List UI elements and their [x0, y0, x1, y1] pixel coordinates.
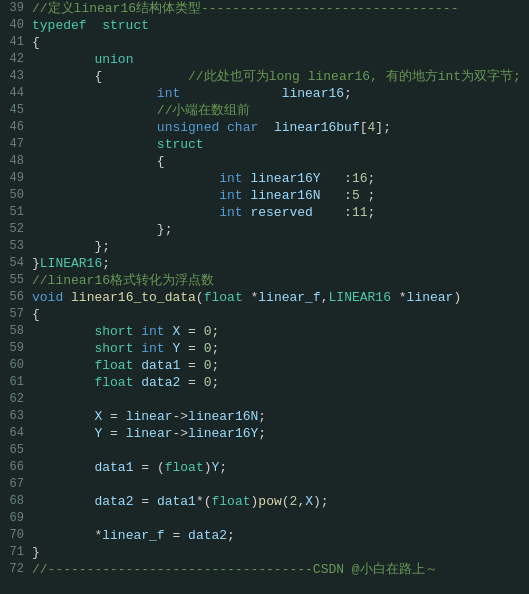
table-row: 48 {	[0, 153, 529, 170]
line-number: 50	[0, 187, 32, 204]
line-content: data1 = (float)Y;	[32, 459, 529, 476]
line-number: 51	[0, 204, 32, 221]
line-number: 60	[0, 357, 32, 374]
line-number: 53	[0, 238, 32, 255]
line-content: }LINEAR16;	[32, 255, 529, 272]
table-row: 68 data2 = data1*(float)pow(2,X);	[0, 493, 529, 510]
table-row: 55//linear16格式转化为浮点数	[0, 272, 529, 289]
table-row: 66 data1 = (float)Y;	[0, 459, 529, 476]
line-content: { //此处也可为long linear16, 有的地方int为双字节;	[32, 68, 529, 85]
line-number: 59	[0, 340, 32, 357]
table-row: 46 unsigned char linear16buf[4];	[0, 119, 529, 136]
line-number: 57	[0, 306, 32, 323]
table-row: 44 int linear16;	[0, 85, 529, 102]
table-row: 43 { //此处也可为long linear16, 有的地方int为双字节;	[0, 68, 529, 85]
table-row: 51 int reserved :11;	[0, 204, 529, 221]
line-content: short int Y = 0;	[32, 340, 529, 357]
line-number: 64	[0, 425, 32, 442]
line-content: float data2 = 0;	[32, 374, 529, 391]
line-number: 67	[0, 476, 32, 493]
line-number: 56	[0, 289, 32, 306]
table-row: 40typedef struct	[0, 17, 529, 34]
line-content: };	[32, 221, 529, 238]
line-number: 41	[0, 34, 32, 51]
line-number: 49	[0, 170, 32, 187]
line-content: {	[32, 34, 529, 51]
line-number: 40	[0, 17, 32, 34]
line-content: int linear16Y :16;	[32, 170, 529, 187]
table-row: 65	[0, 442, 529, 459]
line-number: 44	[0, 85, 32, 102]
table-row: 70 *linear_f = data2;	[0, 527, 529, 544]
line-content: {	[32, 306, 529, 323]
line-number: 42	[0, 51, 32, 68]
line-content: short int X = 0;	[32, 323, 529, 340]
line-content: {	[32, 153, 529, 170]
line-number: 52	[0, 221, 32, 238]
line-number: 45	[0, 102, 32, 119]
line-content: union	[32, 51, 529, 68]
line-number: 55	[0, 272, 32, 289]
line-number: 46	[0, 119, 32, 136]
table-row: 58 short int X = 0;	[0, 323, 529, 340]
table-row: 42 union	[0, 51, 529, 68]
table-row: 41{	[0, 34, 529, 51]
line-number: 58	[0, 323, 32, 340]
line-number: 39	[0, 0, 32, 17]
table-row: 62	[0, 391, 529, 408]
line-number: 66	[0, 459, 32, 476]
line-content: X = linear->linear16N;	[32, 408, 529, 425]
table-row: 54}LINEAR16;	[0, 255, 529, 272]
line-number: 71	[0, 544, 32, 561]
line-number: 70	[0, 527, 32, 544]
table-row: 72//----------------------------------CS…	[0, 561, 529, 578]
line-content: unsigned char linear16buf[4];	[32, 119, 529, 136]
line-content: Y = linear->linear16Y;	[32, 425, 529, 442]
line-number: 65	[0, 442, 32, 459]
line-number: 69	[0, 510, 32, 527]
table-row: 49 int linear16Y :16;	[0, 170, 529, 187]
line-content: struct	[32, 136, 529, 153]
line-content: //linear16格式转化为浮点数	[32, 272, 529, 289]
line-number: 61	[0, 374, 32, 391]
line-content: int reserved :11;	[32, 204, 529, 221]
line-content: };	[32, 238, 529, 255]
line-number: 43	[0, 68, 32, 85]
table-row: 64 Y = linear->linear16Y;	[0, 425, 529, 442]
code-editor: 39//定义linear16结构体类型---------------------…	[0, 0, 529, 594]
table-row: 56void linear16_to_data(float *linear_f,…	[0, 289, 529, 306]
table-row: 60 float data1 = 0;	[0, 357, 529, 374]
table-row: 71}	[0, 544, 529, 561]
line-content: int linear16N :5 ;	[32, 187, 529, 204]
line-content: //定义linear16结构体类型-----------------------…	[32, 0, 529, 17]
line-number: 68	[0, 493, 32, 510]
table-row: 61 float data2 = 0;	[0, 374, 529, 391]
line-number: 63	[0, 408, 32, 425]
table-row: 47 struct	[0, 136, 529, 153]
line-content: int linear16;	[32, 85, 529, 102]
table-row: 59 short int Y = 0;	[0, 340, 529, 357]
line-number: 62	[0, 391, 32, 408]
table-row: 39//定义linear16结构体类型---------------------…	[0, 0, 529, 17]
table-row: 53 };	[0, 238, 529, 255]
table-row: 67	[0, 476, 529, 493]
line-content: void linear16_to_data(float *linear_f,LI…	[32, 289, 529, 306]
line-content: //----------------------------------CSDN…	[32, 561, 529, 578]
table-row: 50 int linear16N :5 ;	[0, 187, 529, 204]
line-content: float data1 = 0;	[32, 357, 529, 374]
table-row: 57{	[0, 306, 529, 323]
table-row: 63 X = linear->linear16N;	[0, 408, 529, 425]
line-number: 54	[0, 255, 32, 272]
table-row: 52 };	[0, 221, 529, 238]
line-content: *linear_f = data2;	[32, 527, 529, 544]
line-number: 72	[0, 561, 32, 578]
line-number: 48	[0, 153, 32, 170]
line-number: 47	[0, 136, 32, 153]
table-row: 69	[0, 510, 529, 527]
line-content: typedef struct	[32, 17, 529, 34]
line-content: }	[32, 544, 529, 561]
line-content: data2 = data1*(float)pow(2,X);	[32, 493, 529, 510]
line-content: //小端在数组前	[32, 102, 529, 119]
table-row: 45 //小端在数组前	[0, 102, 529, 119]
